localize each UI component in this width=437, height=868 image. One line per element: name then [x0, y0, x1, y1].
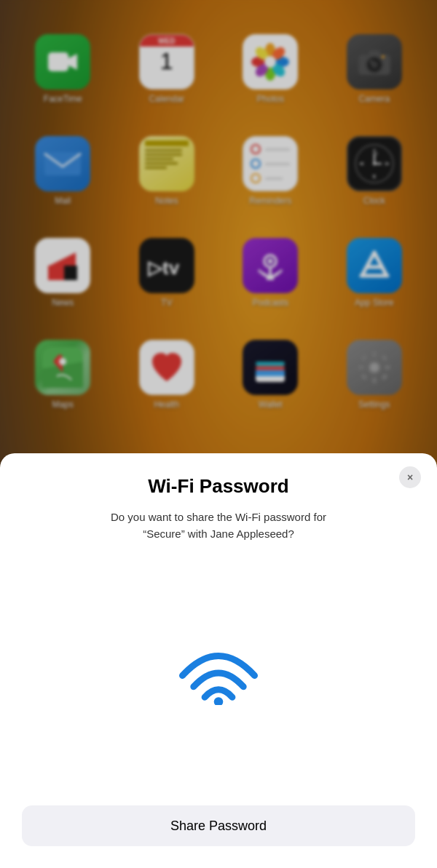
modal-overlay: × Wi-Fi Password Do you want to share th… [0, 453, 437, 868]
modal-title: Wi-Fi Password [148, 475, 288, 498]
wifi-password-modal: × Wi-Fi Password Do you want to share th… [0, 453, 437, 868]
share-button-container: Share Password [22, 805, 415, 868]
close-button[interactable]: × [399, 466, 421, 488]
wifi-icon-large [175, 640, 262, 708]
share-password-button[interactable]: Share Password [22, 805, 415, 846]
svg-point-62 [214, 697, 224, 705]
modal-subtitle: Do you want to share the Wi-Fi password … [102, 509, 335, 542]
wifi-icon-area [22, 542, 415, 805]
